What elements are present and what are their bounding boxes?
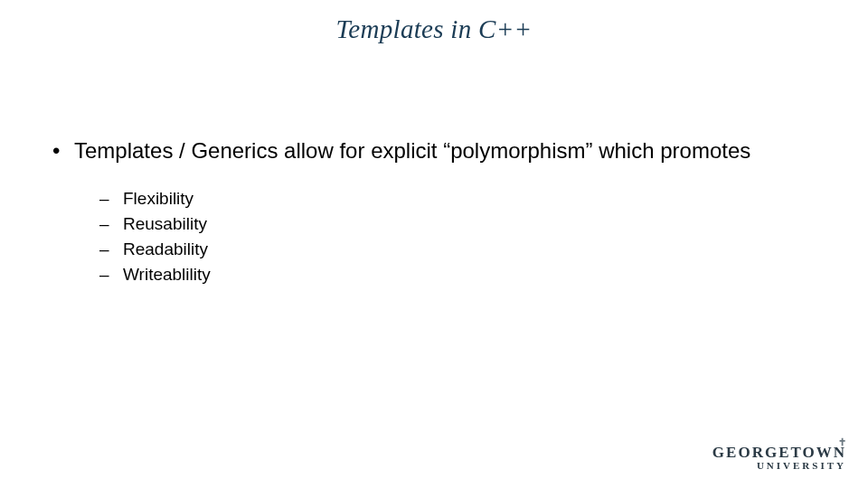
- cross-icon: ✝: [838, 437, 848, 448]
- list-item-label: Flexibility: [123, 186, 193, 211]
- sub-bullet-list: – Flexibility – Reusability – Readabilit…: [99, 186, 832, 287]
- georgetown-logo: GEORGETOWN ✝ UNIVERSITY: [712, 445, 846, 472]
- list-item-label: Readability: [123, 237, 208, 262]
- list-item: – Flexibility: [99, 186, 832, 211]
- slide: Templates in C++ • Templates / Generics …: [0, 0, 868, 488]
- list-item: – Readability: [99, 237, 832, 262]
- logo-line-1: GEORGETOWN ✝: [712, 445, 846, 461]
- dash-icon: –: [99, 186, 123, 211]
- dash-icon: –: [99, 262, 123, 287]
- slide-title: Templates in C++: [0, 14, 868, 44]
- list-item-label: Reusability: [123, 211, 207, 237]
- list-item: – Reusability: [99, 211, 832, 237]
- logo-text-top: GEORGETOWN: [712, 444, 846, 461]
- bullet-text: Templates / Generics allow for explicit …: [74, 136, 832, 166]
- slide-body: • Templates / Generics allow for explici…: [52, 136, 832, 287]
- list-item: – Writeablility: [99, 262, 832, 287]
- bullet-marker: •: [52, 136, 74, 166]
- list-item-label: Writeablility: [123, 262, 211, 287]
- bullet-item: • Templates / Generics allow for explici…: [52, 136, 832, 166]
- dash-icon: –: [99, 211, 123, 237]
- logo-line-2: UNIVERSITY: [712, 461, 846, 472]
- dash-icon: –: [99, 237, 123, 262]
